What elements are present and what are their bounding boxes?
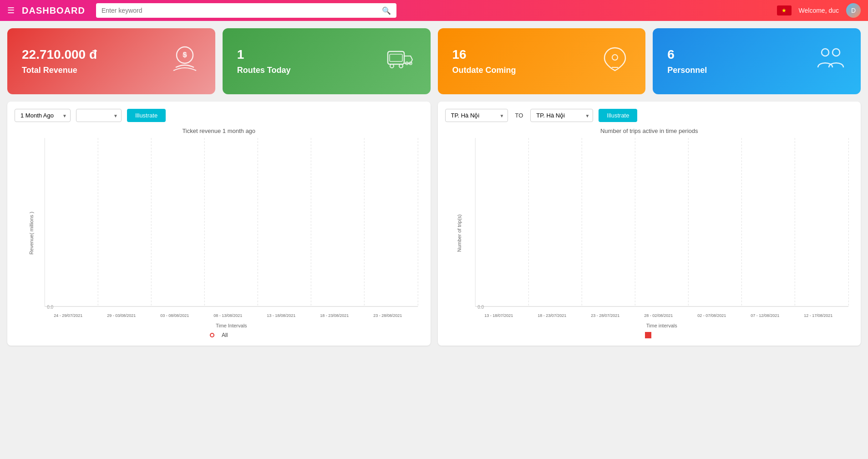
svg-point-9 [612, 55, 618, 60]
stat-card-left: 1 Routes Today [237, 47, 291, 75]
stat-card-routes-today: 1 Routes Today [223, 28, 431, 94]
left-illustrate-button[interactable]: Illustrate [127, 109, 166, 122]
outdate-coming-label: Outdate Coming [452, 66, 516, 75]
svg-text:18 - 23/08/2021: 18 - 23/08/2021 [320, 313, 349, 318]
stat-card-total-revenue: 22.710.000 đ Total Revenue $ [7, 28, 215, 94]
from-city-wrapper: TP. Hà Nội TP. Hồ Chí Minh Đà Nẵng [445, 109, 508, 122]
user-avatar[interactable]: D [846, 3, 861, 18]
legend-all-dot [210, 333, 214, 337]
app-title: DASHBOARD [22, 5, 85, 16]
stats-row: 22.710.000 đ Total Revenue $ 1 Routes To… [0, 21, 868, 102]
left-chart-controls: 1 Month Ago 3 Months Ago 6 Months Ago Il… [15, 109, 423, 122]
to-city-select[interactable]: TP. Hà Nội TP. Hồ Chí Minh Đà Nẵng [530, 109, 593, 122]
route-filter-select[interactable] [76, 109, 122, 122]
menu-icon[interactable]: ☰ [7, 5, 15, 15]
stat-card-left: 16 Outdate Coming [452, 47, 516, 75]
outdate-coming-value: 16 [452, 47, 516, 62]
svg-text:08 - 13/08/2021: 08 - 13/08/2021 [213, 313, 242, 318]
right-chart-area: Number of trip(s) 0.0 13 - 18/07/2021 18… [445, 138, 854, 328]
charts-section: 1 Month Ago 3 Months Ago 6 Months Ago Il… [0, 102, 868, 346]
svg-text:13 - 18/08/2021: 13 - 18/08/2021 [267, 313, 295, 318]
route-filter-wrapper [76, 109, 122, 122]
legend-all-label: All [222, 332, 228, 338]
svg-text:0.0: 0.0 [477, 305, 484, 310]
time-filter-select[interactable]: 1 Month Ago 3 Months Ago 6 Months Ago [15, 109, 71, 122]
svg-text:29 - 03/08/2021: 29 - 03/08/2021 [107, 313, 136, 318]
personnel-icon [814, 42, 846, 81]
total-revenue-value: 22.710.000 đ [22, 47, 97, 62]
language-flag[interactable] [777, 5, 792, 15]
svg-text:13 - 18/07/2021: 13 - 18/07/2021 [484, 313, 513, 318]
to-label: TO [515, 112, 523, 119]
svg-text:18 - 23/07/2021: 18 - 23/07/2021 [538, 313, 566, 318]
left-chart-subtitle: Ticket revenue 1 month ago [15, 128, 423, 134]
outdate-coming-icon [599, 42, 631, 81]
stat-card-personnel: 6 Personnel [653, 28, 861, 94]
svg-point-2 [183, 53, 187, 57]
personnel-value: 6 [667, 47, 707, 62]
svg-text:28 - 02/08/2021: 28 - 02/08/2021 [644, 313, 673, 318]
right-chart-panel: TP. Hà Nội TP. Hồ Chí Minh Đà Nẵng TO TP… [438, 102, 861, 346]
right-chart-controls: TP. Hà Nội TP. Hồ Chí Minh Đà Nẵng TO TP… [445, 109, 854, 122]
left-chart-area: Revenue( millions ) 0.0 24 - 29/07/2021 … [15, 138, 423, 328]
right-y-axis-label: Number of trip(s) [457, 214, 462, 252]
svg-text:0.0: 0.0 [47, 305, 53, 310]
svg-rect-4 [390, 54, 402, 61]
header: ☰ DASHBOARD 🔍 Welcome, duc D [0, 0, 868, 21]
left-y-axis-label: Revenue( millions ) [29, 212, 34, 255]
total-revenue-label: Total Revenue [22, 66, 97, 75]
left-chart-panel: 1 Month Ago 3 Months Ago 6 Months Ago Il… [7, 102, 431, 346]
total-revenue-icon: $ [169, 42, 201, 81]
legend-orange-rect [645, 332, 651, 338]
search-input[interactable] [102, 7, 382, 14]
left-x-axis-label: Time Intervals [40, 323, 423, 328]
personnel-label: Personnel [667, 66, 707, 75]
right-chart-subtitle: Number of trips active in time periods [445, 128, 854, 134]
left-chart-legend: All [15, 332, 423, 338]
search-icon: 🔍 [382, 6, 391, 15]
svg-text:07 - 12/08/2021: 07 - 12/08/2021 [751, 313, 779, 318]
from-city-select[interactable]: TP. Hà Nội TP. Hồ Chí Minh Đà Nẵng [445, 109, 508, 122]
svg-text:23 - 28/07/2021: 23 - 28/07/2021 [591, 313, 619, 318]
routes-today-value: 1 [237, 47, 291, 62]
welcome-text: Welcome, duc [799, 7, 839, 14]
svg-point-11 [832, 49, 840, 56]
time-filter-wrapper: 1 Month Ago 3 Months Ago 6 Months Ago [15, 109, 71, 122]
search-bar: 🔍 [96, 3, 396, 18]
left-chart-svg: 0.0 24 - 29/07/2021 29 - 03/08/2021 03 -… [40, 138, 423, 320]
right-illustrate-button[interactable]: Illustrate [599, 109, 637, 122]
svg-point-10 [822, 49, 829, 56]
right-x-axis-label: Time intervals [470, 323, 854, 328]
stat-card-left: 6 Personnel [667, 47, 707, 75]
svg-rect-3 [388, 51, 404, 64]
stat-card-outdate-coming: 16 Outdate Coming [438, 28, 646, 94]
svg-text:23 - 28/08/2021: 23 - 28/08/2021 [373, 313, 402, 318]
stat-card-left: 22.710.000 đ Total Revenue [22, 47, 97, 75]
to-city-wrapper: TP. Hà Nội TP. Hồ Chí Minh Đà Nẵng [530, 109, 593, 122]
routes-today-icon [384, 42, 416, 81]
right-chart-svg: 0.0 13 - 18/07/2021 18 - 23/07/2021 23 -… [470, 138, 854, 320]
right-chart-legend [445, 332, 854, 338]
svg-text:02 - 07/08/2021: 02 - 07/08/2021 [697, 313, 726, 318]
routes-today-label: Routes Today [237, 66, 291, 75]
svg-text:24 - 29/07/2021: 24 - 29/07/2021 [54, 313, 82, 318]
svg-text:12 - 17/08/2021: 12 - 17/08/2021 [804, 313, 832, 318]
svg-text:03 - 08/08/2021: 03 - 08/08/2021 [160, 313, 189, 318]
